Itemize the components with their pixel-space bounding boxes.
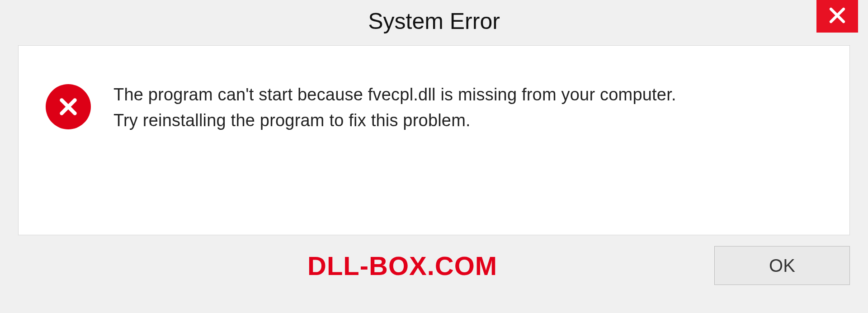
title-bar: System Error	[0, 0, 868, 45]
error-message-line2: Try reinstalling the program to fix this…	[113, 108, 676, 133]
close-button[interactable]	[816, 0, 858, 33]
error-message: The program can't start because fvecpl.d…	[113, 82, 676, 133]
watermark-text: DLL-BOX.COM	[307, 251, 497, 281]
error-icon-wrap	[46, 84, 91, 129]
error-message-line1: The program can't start because fvecpl.d…	[113, 82, 676, 108]
close-icon	[828, 6, 847, 27]
dialog-bottom-bar: DLL-BOX.COM OK	[0, 235, 868, 285]
dialog-content-area: The program can't start because fvecpl.d…	[18, 45, 850, 235]
dialog-title: System Error	[368, 8, 500, 34]
error-dialog-window: System Error The program can't start bec…	[0, 0, 868, 313]
ok-button[interactable]: OK	[714, 246, 850, 285]
error-icon	[46, 84, 91, 129]
